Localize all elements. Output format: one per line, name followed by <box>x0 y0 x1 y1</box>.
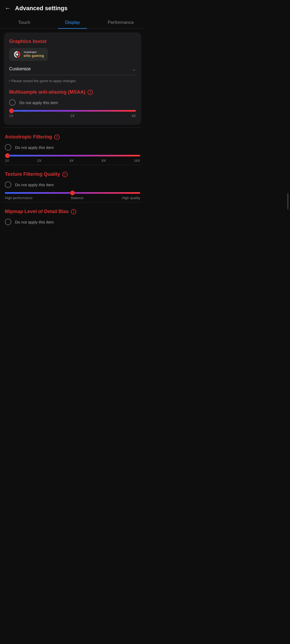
divider-3 <box>4 202 141 202</box>
texture-filtering-title: Texture Filtering Quality <box>5 171 60 177</box>
texture-filtering-section: Texture Filtering Quality i Do not apply… <box>4 171 141 200</box>
mipmap-title: Mipmap Level of Detail Bias <box>5 209 69 214</box>
msaa-header: Multisample anti-aliasing (MSAA) i <box>9 89 136 95</box>
texture-filtering-slider-labels: High performance Balance High quality <box>5 196 140 200</box>
texture-filtering-slider[interactable]: High performance Balance High quality <box>5 192 140 200</box>
mipmap-do-not-apply-label: Do not apply this item <box>15 220 54 224</box>
msaa-radio-button[interactable] <box>9 99 16 106</box>
svg-point-1 <box>16 53 18 56</box>
texture-filtering-slider-thumb[interactable] <box>70 191 75 195</box>
anisotropic-title: Anisotropic Filtering <box>5 134 52 140</box>
texture-filtering-do-not-apply-label: Do not apply this item <box>15 182 54 187</box>
anisotropic-radio-button[interactable] <box>5 144 11 151</box>
tab-display[interactable]: Display <box>48 16 97 28</box>
texture-filtering-do-not-apply[interactable]: Do not apply this item <box>5 181 140 188</box>
anisotropic-do-not-apply-label: Do not apply this item <box>15 145 54 150</box>
mipmap-info-icon[interactable]: i <box>71 209 76 214</box>
msaa-title: Multisample anti-aliasing (MSAA) <box>9 89 85 95</box>
anisotropic-section: Anisotropic Filtering i Do not apply thi… <box>4 134 141 163</box>
graphics-boost-title: Graphics boost <box>9 38 136 44</box>
msaa-slider-track[interactable] <box>9 110 136 112</box>
msaa-do-not-apply[interactable]: Do not apply this item <box>9 99 136 106</box>
msaa-info-icon[interactable]: i <box>88 90 93 95</box>
mipmap-header: Mipmap Level of Detail Bias i <box>5 209 140 214</box>
texture-filtering-slider-track[interactable] <box>5 192 140 194</box>
mipmap-section: Mipmap Level of Detail Bias i Do not app… <box>4 209 141 225</box>
chevron-down-icon: ⌄ <box>132 67 136 72</box>
texture-filtering-info-icon[interactable]: i <box>62 172 68 177</box>
msaa-do-not-apply-label: Do not apply this item <box>19 100 58 105</box>
mipmap-do-not-apply[interactable]: Do not apply this item <box>5 219 140 225</box>
tab-performance[interactable]: Performance <box>97 16 145 28</box>
snapdragon-logo-icon <box>13 50 21 59</box>
graphics-boost-card: Graphics boost Snapdragon elite gaming C… <box>4 32 141 125</box>
texture-filtering-radio-button[interactable] <box>5 181 11 188</box>
msaa-slider-labels: 1X 2X 4X <box>9 114 136 118</box>
customize-dropdown[interactable]: Customize ⌄ <box>9 66 136 75</box>
back-button[interactable]: ← <box>5 5 11 12</box>
main-content: Graphics boost Snapdragon elite gaming C… <box>0 29 145 239</box>
texture-filtering-header: Texture Filtering Quality i <box>5 171 140 177</box>
header: ← Advanced settings <box>0 0 145 14</box>
anisotropic-slider-track[interactable] <box>5 155 140 156</box>
tab-bar: Touch Display Performance <box>0 16 145 29</box>
tab-touch[interactable]: Touch <box>0 16 48 28</box>
msaa-slider-thumb[interactable] <box>9 108 14 113</box>
anisotropic-header: Anisotropic Filtering i <box>5 134 140 140</box>
divider-2 <box>4 165 141 165</box>
snapdragon-text: Snapdragon elite gaming <box>24 51 44 58</box>
dropdown-label: Customize <box>9 66 31 72</box>
anisotropic-slider[interactable]: 1X 2X 4X 8X 16X <box>5 155 140 163</box>
snapdragon-badge: Snapdragon elite gaming <box>9 48 48 61</box>
divider-1 <box>4 127 141 128</box>
page-title: Advanced settings <box>15 5 68 12</box>
msaa-slider[interactable]: 1X 2X 4X <box>9 110 136 118</box>
anisotropic-info-icon[interactable]: i <box>54 134 60 140</box>
msaa-section: Multisample anti-aliasing (MSAA) i Do no… <box>9 89 136 118</box>
anisotropic-slider-labels: 1X 2X 4X 8X 16X <box>5 159 140 163</box>
restart-note: Please restart the game to apply changes <box>9 79 136 83</box>
anisotropic-do-not-apply[interactable]: Do not apply this item <box>5 144 140 151</box>
mipmap-radio-button[interactable] <box>5 219 11 225</box>
anisotropic-slider-thumb[interactable] <box>5 153 10 158</box>
